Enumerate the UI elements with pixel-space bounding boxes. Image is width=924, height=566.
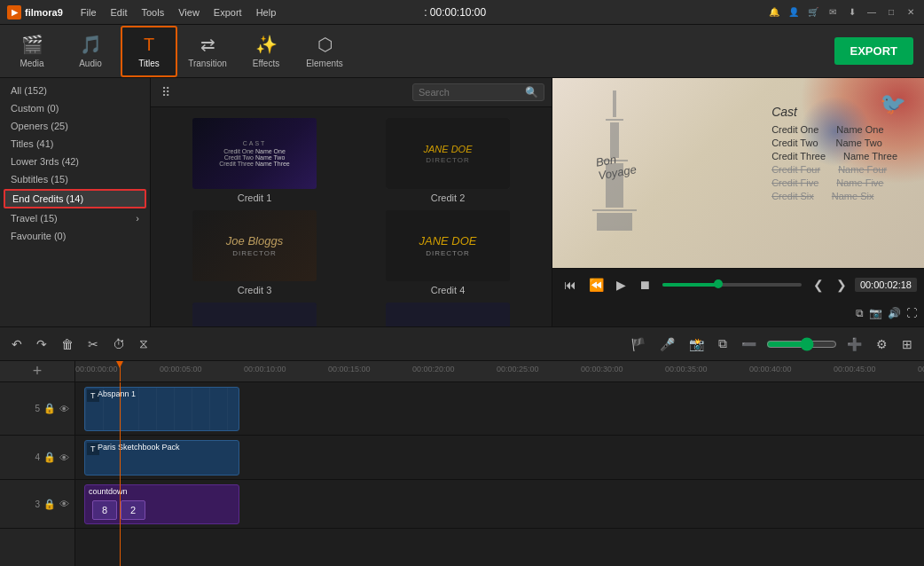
track-eye-5[interactable]: 👁 xyxy=(59,404,69,414)
track-label-3: 3 🔒 👁 xyxy=(0,480,74,529)
credit-item-4[interactable]: JANE DOE DIRECTOR Credit 4 xyxy=(355,210,541,295)
sidebar-item-custom[interactable]: Custom (0) xyxy=(0,99,150,117)
ruler-time-10: 00:00:10:00 xyxy=(244,365,286,373)
sidebar-item-titles[interactable]: Titles (41) xyxy=(0,135,150,153)
menu-file[interactable]: File xyxy=(74,0,104,24)
ruler-time-0: 00:00:00:00 xyxy=(75,365,118,373)
minus-button[interactable]: ➖ xyxy=(737,335,761,353)
preview-panel: 🐦 BonVoyage Cast Credit One Name One Cre… xyxy=(552,78,924,326)
settings-button[interactable]: ⚙ xyxy=(872,335,892,353)
ruler-time-40: 00:00:40:00 xyxy=(749,365,792,373)
sidebar-item-favourite[interactable]: Favourite (0) xyxy=(0,227,150,245)
cam-button[interactable]: 📸 xyxy=(685,335,709,353)
pip2-button[interactable]: ⧉ xyxy=(714,334,732,353)
credit-4-label: Credit 4 xyxy=(431,285,466,295)
progress-bar[interactable] xyxy=(662,283,802,287)
redo-button[interactable]: ↷ xyxy=(32,335,51,353)
credit-2-label: Credit 2 xyxy=(431,193,466,203)
mic-button[interactable]: 🎤 xyxy=(655,335,679,353)
zoom-slider[interactable] xyxy=(766,337,837,351)
volume-button[interactable]: 🔊 xyxy=(888,307,901,319)
clip-abspann[interactable]: T Abspann 1 xyxy=(84,387,239,431)
clip-paris[interactable]: T Paris Sketchbook Pack xyxy=(84,440,239,476)
timer-button[interactable]: ⏱ xyxy=(108,335,129,353)
app-logo: ▶ filmora9 xyxy=(7,5,63,20)
track-row-1: T Abspann 1 xyxy=(75,382,924,436)
grid-button[interactable]: ⊞ xyxy=(897,335,917,353)
credit-item-3[interactable]: Joe Bloggs DIRECTOR Credit 3 xyxy=(161,210,348,295)
effects-icon: ✨ xyxy=(255,34,278,55)
track-eye-3[interactable]: 👁 xyxy=(59,499,69,509)
window-restore[interactable]: □ xyxy=(885,6,897,19)
track-eye-4[interactable]: 👁 xyxy=(59,452,69,463)
track-row-2: T Paris Sketchbook Pack xyxy=(75,436,924,480)
sidebar-item-endcredits[interactable]: End Credits (14) xyxy=(4,189,146,208)
credits-grid: CAST Credit One Name One Credit Two Name… xyxy=(151,107,552,326)
search-box: 🔍 xyxy=(412,83,544,101)
track-lock-5[interactable]: 🔒 xyxy=(43,403,56,414)
mail-button[interactable]: ✉ xyxy=(826,6,839,19)
effects-button[interactable]: ✨ Effects xyxy=(238,26,294,77)
shop-button[interactable]: 🛒 xyxy=(807,6,819,19)
menu-export[interactable]: Export xyxy=(207,0,249,24)
delete-button[interactable]: 🗑 xyxy=(57,335,78,353)
grid-view-button[interactable]: ⠿ xyxy=(158,83,174,101)
track-lock-4[interactable]: 🔒 xyxy=(43,452,56,463)
cut-button[interactable]: ✂ xyxy=(83,335,103,353)
credit-4-thumbnail: JANE DOE DIRECTOR xyxy=(386,210,510,281)
track-label-4: 4 🔒 👁 xyxy=(0,436,74,480)
app-name: filmora9 xyxy=(25,7,63,18)
window-minimize[interactable]: — xyxy=(865,6,878,19)
ruler-time-35: 00:00:35:00 xyxy=(665,365,708,373)
sidebar-item-openers[interactable]: Openers (25) xyxy=(0,117,150,135)
credit-item-6[interactable] xyxy=(355,303,541,326)
stop-button[interactable]: ⏹ xyxy=(634,276,655,294)
minimize-button[interactable]: 🔔 xyxy=(768,6,780,19)
export-button[interactable]: EXPORT xyxy=(834,37,913,65)
time-code: 00:00:02:18 xyxy=(855,278,917,292)
media-button[interactable]: 🎬 Media xyxy=(4,26,60,77)
credit-item-1[interactable]: CAST Credit One Name One Credit Two Name… xyxy=(161,118,348,203)
menu-view[interactable]: View xyxy=(171,0,207,24)
account-button[interactable]: 👤 xyxy=(787,6,800,19)
add-track-button[interactable]: + xyxy=(33,362,43,381)
camera-button[interactable]: 📷 xyxy=(869,307,882,319)
menu-edit[interactable]: Edit xyxy=(104,0,135,24)
credit-item-2[interactable]: JANE DOE DIRECTOR Credit 2 xyxy=(355,118,541,203)
fullscreen-button[interactable]: ⛶ xyxy=(906,307,917,319)
window-close[interactable]: ✕ xyxy=(904,6,917,19)
audio-button[interactable]: 🎵 Audio xyxy=(62,26,119,77)
ruler-time-5: 00:00:05:00 xyxy=(160,365,202,373)
timeline-ruler: 00:00:00:00 00:00:05:00 00:00:10:00 00:0… xyxy=(75,361,924,382)
track-lock-3[interactable]: 🔒 xyxy=(43,499,56,510)
plus-button[interactable]: ➕ xyxy=(842,335,866,353)
next-frame-button[interactable]: ❯ xyxy=(832,276,851,294)
sidebar-item-lower3rds[interactable]: Lower 3rds (42) xyxy=(0,153,150,170)
cast-row-4: Credit Four Name Four xyxy=(771,164,897,175)
download-button[interactable]: ⬇ xyxy=(846,6,858,19)
menu-help[interactable]: Help xyxy=(249,0,284,24)
step-back-button[interactable]: ⏪ xyxy=(584,276,608,294)
credit-item-5[interactable] xyxy=(161,303,348,326)
sidebar-item-travel[interactable]: Travel (15) › xyxy=(0,209,150,227)
undo-button[interactable]: ↶ xyxy=(7,335,27,353)
pip-button[interactable]: ⧉ xyxy=(856,307,864,319)
transition-button[interactable]: ⇄ Transition xyxy=(179,26,236,77)
logo-icon: ▶ xyxy=(7,5,21,20)
sidebar-item-all[interactable]: All (152) xyxy=(0,82,150,99)
play-button[interactable]: ▶ xyxy=(612,276,630,294)
menu-tools[interactable]: Tools xyxy=(135,0,172,24)
marker-button[interactable]: 🏴 xyxy=(626,335,650,353)
credit-1-label: Credit 1 xyxy=(238,193,272,203)
credit-6-thumbnail xyxy=(386,303,510,326)
titles-button[interactable]: T Titles xyxy=(121,26,177,77)
adjust-button[interactable]: ⧖ xyxy=(135,334,153,353)
prev-frame-button[interactable]: ❮ xyxy=(809,276,828,294)
clip-countdown[interactable]: countdown 8 2 xyxy=(84,484,239,524)
elements-button[interactable]: ⬡ Elements xyxy=(296,26,353,77)
skip-back-button[interactable]: ⏮ xyxy=(560,276,581,294)
menu-bar: ▶ filmora9 File Edit Tools View Export H… xyxy=(0,0,924,25)
search-input[interactable] xyxy=(419,87,525,98)
sidebar-item-subtitles[interactable]: Subtitles (15) xyxy=(0,170,150,188)
credit-3-label: Credit 3 xyxy=(238,285,272,295)
